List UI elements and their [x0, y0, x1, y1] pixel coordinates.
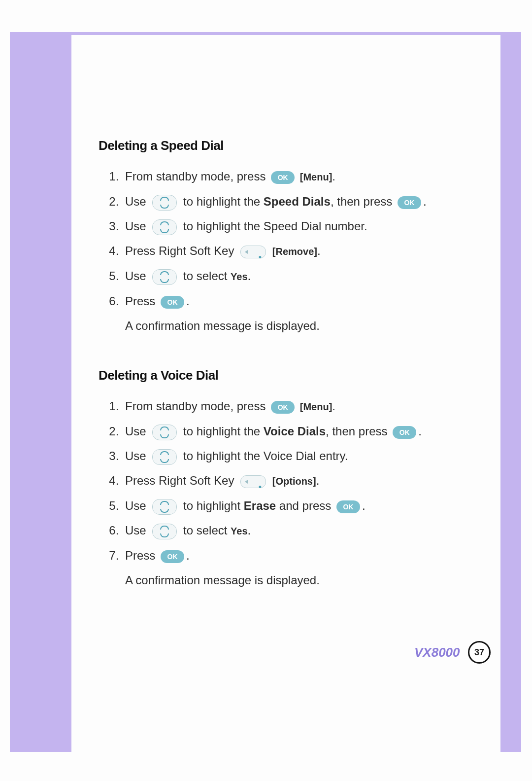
list-item: Use to highlight the Voice Dial entry.	[122, 444, 483, 468]
step-text: , then press	[331, 195, 392, 208]
top-margin-band	[10, 32, 521, 35]
step-text: From standby mode, press	[125, 170, 266, 183]
voice-dial-steps: From standby mode, press OK [Menu]. Use …	[99, 394, 483, 593]
step-text: to highlight	[183, 499, 240, 512]
step-text: Press	[125, 549, 155, 562]
ok-icon: OK	[161, 550, 184, 563]
nav-icon	[152, 499, 177, 515]
step-text: to highlight the Voice Dial entry.	[183, 449, 348, 462]
step-text: Press	[125, 294, 155, 308]
ok-icon: OK	[271, 171, 295, 184]
ok-icon: OK	[398, 196, 421, 209]
step-text: Use	[125, 195, 146, 208]
step-text: Use	[125, 425, 146, 438]
model-label: VX8000	[414, 645, 460, 660]
list-item: From standby mode, press OK [Menu].	[122, 164, 483, 189]
soft-key-icon	[240, 475, 266, 488]
menu-label: [Menu]	[300, 172, 332, 182]
ok-icon: OK	[161, 296, 184, 309]
list-item: Press Right Soft Key [Options].	[122, 468, 483, 494]
nav-icon	[152, 524, 177, 539]
list-item: Use to highlight the Voice Dials, then p…	[122, 419, 483, 444]
step-text: Press Right Soft Key	[125, 244, 234, 257]
list-item: From standby mode, press OK [Menu].	[122, 394, 483, 419]
page-content: Deleting a Speed Dial From standby mode,…	[99, 138, 483, 593]
ok-icon: OK	[393, 426, 416, 439]
nav-icon	[152, 195, 177, 211]
list-item: Use to highlight the Speed Dials, then p…	[122, 189, 483, 214]
step-text: to highlight the	[183, 195, 260, 208]
ok-icon: OK	[336, 500, 360, 513]
options-label: [Options]	[272, 476, 316, 487]
remove-label: [Remove]	[272, 246, 317, 257]
step-text: to highlight the	[183, 425, 260, 438]
list-item: Use to select Yes.	[122, 264, 483, 289]
right-margin-band	[500, 32, 521, 752]
list-item: Press Right Soft Key [Remove].	[122, 239, 483, 264]
soft-key-icon	[240, 246, 266, 258]
yes-label: Yes	[231, 271, 247, 282]
step-text: Press Right Soft Key	[125, 474, 234, 487]
menu-label: [Menu]	[300, 401, 332, 412]
confirmation-text: A confirmation message is displayed.	[125, 314, 483, 338]
step-text: Use	[125, 219, 146, 233]
heading-voice-dial: Deleting a Voice Dial	[99, 368, 483, 383]
list-item: Use to select Yes.	[122, 518, 483, 543]
speed-dials-bold: Speed Dials	[264, 195, 331, 208]
step-text: , then press	[326, 425, 387, 438]
step-text: to select	[183, 269, 227, 283]
step-text: to highlight the Speed Dial number.	[183, 219, 367, 233]
ok-icon: OK	[271, 401, 295, 414]
erase-bold: Erase	[244, 499, 276, 512]
list-item: Press OK. A confirmation message is disp…	[122, 289, 483, 338]
confirmation-text: A confirmation message is displayed.	[125, 568, 483, 593]
nav-icon	[152, 449, 177, 465]
voice-dials-bold: Voice Dials	[264, 425, 326, 438]
step-text: Use	[125, 449, 146, 462]
list-item: Press OK. A confirmation message is disp…	[122, 543, 483, 593]
heading-speed-dial: Deleting a Speed Dial	[99, 138, 483, 153]
step-text: to select	[183, 524, 227, 537]
nav-icon	[152, 269, 177, 285]
step-text: and press	[279, 499, 331, 512]
list-item: Use to highlight the Speed Dial number.	[122, 214, 483, 239]
step-text: Use	[125, 269, 146, 283]
step-text: From standby mode, press	[125, 399, 266, 413]
speed-dial-steps: From standby mode, press OK [Menu]. Use …	[99, 164, 483, 338]
page-number: 37	[468, 641, 491, 664]
list-item: Use to highlight Erase and press OK.	[122, 494, 483, 518]
page-footer: VX8000 37	[0, 641, 500, 664]
yes-label: Yes	[231, 526, 247, 536]
nav-icon	[152, 425, 177, 440]
nav-icon	[152, 219, 177, 235]
step-text: Use	[125, 499, 146, 512]
step-text: Use	[125, 524, 146, 537]
